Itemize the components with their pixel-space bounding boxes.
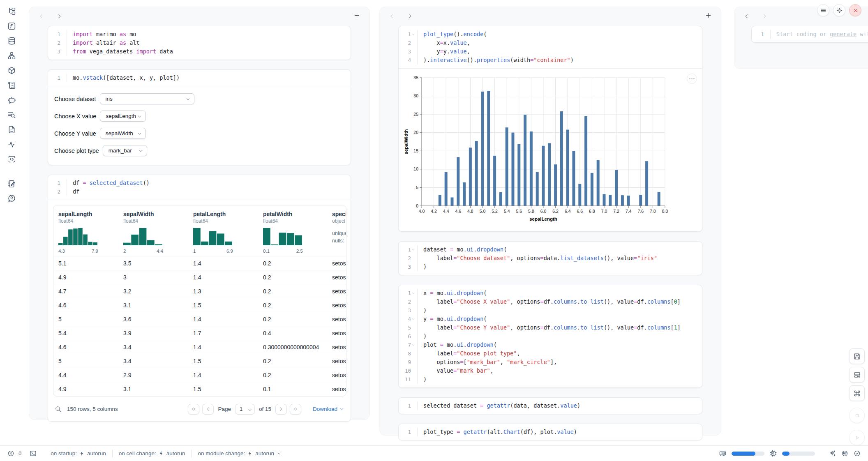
code-editor[interactable]: 1234plot_type().encode( x=x.value, y=y.v…: [399, 26, 702, 68]
fold-chevron-icon[interactable]: [411, 317, 416, 321]
column-prev-icon[interactable]: [743, 12, 750, 20]
prev-page-button[interactable]: [202, 404, 214, 415]
search-icon[interactable]: [55, 406, 62, 413]
error-count: 0: [18, 450, 21, 456]
autorun-config-item[interactable]: on module change:autorun: [198, 450, 282, 456]
table-row[interactable]: 4.42.91.40.2setosa: [53, 368, 346, 382]
snippets-icon[interactable]: [7, 154, 16, 164]
code-editor[interactable]: 1mo.vstack([dataset, x, y, plot]): [48, 70, 351, 86]
column-prev-icon[interactable]: [37, 12, 45, 20]
scripts-icon[interactable]: [7, 81, 16, 90]
code-lines: import marimo as moimport altair as altf…: [67, 30, 351, 56]
column-header-petalLength[interactable]: petalLengthfloat6416.9: [188, 205, 258, 256]
code-editor[interactable]: 1Start coding or generate with: [752, 26, 868, 42]
menu-button[interactable]: [817, 4, 829, 16]
code-editor[interactable]: 1234567891011x = mo.ui.dropdown( label="…: [399, 285, 702, 387]
download-button[interactable]: Download: [313, 406, 344, 412]
table-row[interactable]: 53.41.50.2setosa: [53, 354, 346, 368]
datasources-icon[interactable]: [7, 36, 16, 45]
help-icon[interactable]: [7, 194, 16, 203]
fold-chevron-icon[interactable]: [411, 247, 416, 252]
close-button[interactable]: [849, 4, 861, 16]
plot-type-select[interactable]: mark_bar: [103, 145, 147, 156]
stop-button[interactable]: [849, 408, 865, 423]
scratchpad-icon[interactable]: [7, 179, 16, 188]
terminal-icon[interactable]: [30, 450, 37, 457]
notebook-cell-dataframe[interactable]: 12df = selected_dataset()dfsepalLengthfl…: [48, 175, 351, 422]
layout-button[interactable]: [849, 367, 865, 383]
altair-bar-chart[interactable]: 4.04.24.44.64.85.05.25.45.65.86.06.26.46…: [403, 74, 669, 226]
packages-icon[interactable]: [7, 66, 16, 75]
notebook-cell-empty[interactable]: 1Start coding or generate with: [751, 26, 868, 43]
notebook-cell-dataset-dropdown[interactable]: 123dataset = mo.ui.dropdown( label="Choo…: [398, 241, 702, 275]
connection-status-icon[interactable]: [854, 450, 861, 457]
line-number: 6: [399, 332, 416, 341]
dataset-select[interactable]: iris: [100, 93, 194, 104]
code-editor[interactable]: 1selected_dataset = getattr(data, datase…: [399, 398, 702, 414]
column-prev-icon[interactable]: [388, 12, 395, 20]
fold-chevron-icon[interactable]: [411, 32, 416, 37]
next-page-button[interactable]: [275, 404, 287, 415]
control-label: Choose dataset: [54, 96, 96, 102]
table-row[interactable]: 4.93.11.50.1setosa: [53, 382, 346, 396]
table-row[interactable]: 4.73.21.30.2setosa: [53, 284, 346, 298]
ai-sparkles-icon[interactable]: [829, 450, 836, 457]
dependency-graph-icon[interactable]: [7, 51, 16, 60]
column-next-icon[interactable]: [406, 12, 413, 20]
column-header-species[interactable]: speciesobjectunique:nulls:: [327, 205, 346, 256]
code-line: options=["mark_bar", "mark_circle"],: [423, 358, 702, 366]
add-cell-button[interactable]: [705, 12, 713, 20]
autorun-config-item[interactable]: on startup:autorun: [51, 450, 106, 456]
page-select[interactable]: 1: [235, 404, 255, 415]
x-value-select[interactable]: sepalLength: [100, 111, 146, 122]
code-editor[interactable]: 123import marimo as moimport altair as a…: [48, 26, 351, 60]
line-number: 5: [399, 323, 416, 332]
ram-icon: [719, 450, 726, 457]
table-row[interactable]: 4.63.41.40.3000000000000004setosa: [53, 340, 346, 354]
table-row[interactable]: 5.13.51.40.2setosa: [53, 256, 346, 270]
save-button[interactable]: [849, 348, 865, 364]
copilot-icon[interactable]: [841, 450, 848, 457]
fold-spacer: [61, 32, 65, 37]
column-next-icon[interactable]: [55, 12, 63, 20]
notebook-cell-vstack[interactable]: 1mo.vstack([dataset, x, y, plot])Choose …: [48, 69, 351, 165]
svg-text:7.2: 7.2: [613, 209, 619, 214]
first-page-button[interactable]: [188, 404, 199, 415]
code-editor[interactable]: 123dataset = mo.ui.dropdown( label="Choo…: [399, 242, 702, 275]
column-header-petalWidth[interactable]: petalWidthfloat640.12.5: [258, 205, 327, 256]
code-editor[interactable]: 12df = selected_dataset()df: [48, 175, 351, 200]
notebook-cell-selected-dataset[interactable]: 1selected_dataset = getattr(data, datase…: [398, 397, 702, 414]
table-row[interactable]: 4.931.40.2setosa: [53, 270, 346, 284]
notebook-cell-imports[interactable]: 123import marimo as moimport altair as a…: [48, 26, 351, 60]
notebook-cell-plot-type[interactable]: 1plot_type = getattr(alt.Chart(df), plot…: [398, 424, 702, 440]
error-count-icon[interactable]: [7, 450, 14, 457]
notebook-cell-xyplot-dropdowns[interactable]: 1234567891011x = mo.ui.dropdown( label="…: [398, 285, 702, 388]
table-row[interactable]: 53.61.40.2setosa: [53, 312, 346, 326]
autorun-config-item[interactable]: on cell change:autorun: [119, 450, 185, 456]
table-row[interactable]: 5.43.91.70.4setosa: [53, 326, 346, 340]
column-header-sepalWidth[interactable]: sepalWidthfloat6424.4: [118, 205, 188, 256]
activity-sidebar: [0, 0, 23, 444]
documentation-icon[interactable]: [7, 125, 16, 134]
notebook-cell-plot[interactable]: 1234plot_type().encode( x=x.value, y=y.v…: [398, 26, 702, 232]
fold-chevron-icon[interactable]: [411, 343, 416, 347]
column-header-sepalLength[interactable]: sepalLengthfloat644.37.9: [53, 205, 118, 256]
tracing-icon[interactable]: [7, 140, 16, 149]
y-value-select[interactable]: sepalWidth: [100, 128, 146, 139]
code-editor[interactable]: 1plot_type = getattr(alt.Chart(df), plot…: [399, 424, 702, 440]
window-controls: [817, 4, 861, 16]
chart-actions-button[interactable]: [687, 74, 697, 84]
column-next-icon[interactable]: [761, 12, 768, 20]
run-button[interactable]: [849, 430, 865, 445]
generate-link[interactable]: generate: [830, 31, 856, 37]
settings-button[interactable]: [833, 4, 845, 16]
functions-icon[interactable]: [7, 21, 16, 30]
fold-chevron-icon[interactable]: [411, 291, 416, 295]
logs-icon[interactable]: [7, 110, 16, 119]
file-tree-icon[interactable]: [7, 7, 16, 16]
table-row[interactable]: 4.63.11.50.2setosa: [53, 298, 346, 312]
command-palette-button[interactable]: [849, 385, 865, 401]
add-cell-button[interactable]: [354, 12, 361, 20]
chat-icon[interactable]: [7, 95, 16, 104]
last-page-button[interactable]: [290, 404, 301, 415]
